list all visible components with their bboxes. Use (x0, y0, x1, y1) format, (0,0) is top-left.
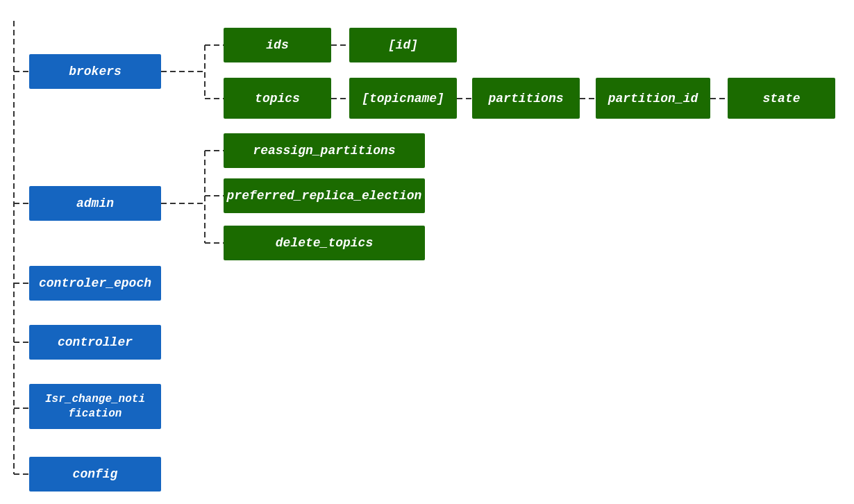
node-delete-topics: delete_topics (224, 226, 425, 260)
node-brokers: brokers (29, 54, 161, 89)
node-topics: topics (224, 78, 331, 119)
node-controler-epoch: controler_epoch (29, 266, 161, 301)
node-state: state (728, 78, 835, 119)
node-id-val: [id] (349, 28, 457, 62)
diagram: brokers admin controler_epoch controller… (0, 0, 854, 504)
node-partition-id: partition_id (596, 78, 710, 119)
node-config: config (29, 457, 161, 492)
node-isr-change: Isr_change_noti fication (29, 384, 161, 429)
node-admin: admin (29, 186, 161, 221)
node-preferred-replica-election: preferred_replica_election (224, 178, 425, 213)
node-ids: ids (224, 28, 331, 62)
node-controller: controller (29, 325, 161, 360)
node-reassign-partitions: reassign_partitions (224, 133, 425, 168)
node-topicname: [topicname] (349, 78, 457, 119)
node-partitions: partitions (472, 78, 580, 119)
